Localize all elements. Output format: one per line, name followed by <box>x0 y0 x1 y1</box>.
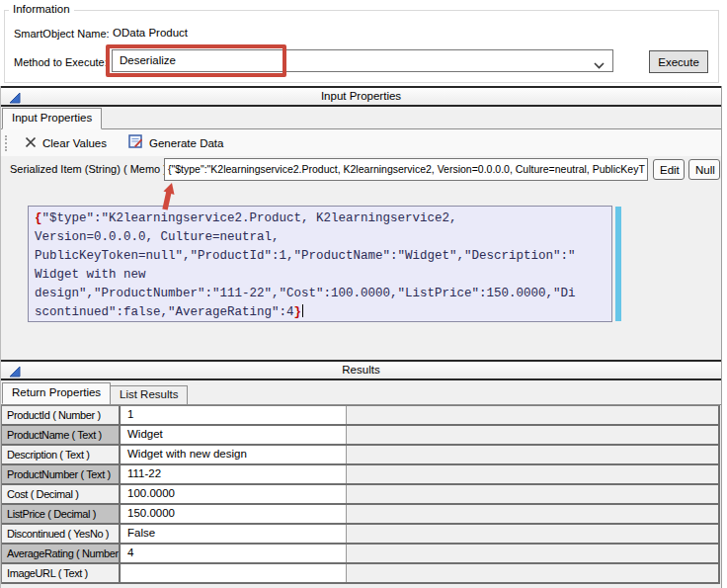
execute-button[interactable]: Execute <box>649 50 708 73</box>
memo-line: PublicKeyToken=null","ProductId":1,"Prod… <box>35 247 607 266</box>
serialized-memo-textarea[interactable]: {"$type":"K2learningservice2.Product, K2… <box>28 206 612 322</box>
row-value-area: 150.0000 <box>121 505 718 523</box>
input-properties-header-title: Input Properties <box>1 88 721 105</box>
serialized-item-label: Serialized Item (String) ( Memo ) <box>10 163 167 175</box>
table-row: ProductNumber ( Text )111-22 <box>2 465 718 485</box>
row-label: Cost ( Decimal ) <box>2 485 121 503</box>
memo-line: Widget with new <box>35 266 607 285</box>
row-value-input[interactable]: 111-22 <box>121 465 347 483</box>
row-value-area: False <box>121 525 718 543</box>
text-caret <box>302 304 303 317</box>
row-value-input[interactable]: Widget <box>121 426 347 444</box>
clear-x-icon <box>25 136 37 150</box>
row-value-input[interactable]: 100.0000 <box>121 485 347 503</box>
row-value-area: 100.0000 <box>121 485 718 503</box>
row-label: ProductId ( Number ) <box>2 406 121 424</box>
row-label: ProductName ( Text ) <box>2 426 121 444</box>
row-value-input[interactable]: False <box>121 525 347 543</box>
tab-input-properties[interactable]: Input Properties <box>2 108 102 129</box>
table-row: Cost ( Decimal )100.0000 <box>2 485 718 505</box>
toolbar-grip-icon[interactable] <box>5 135 9 151</box>
collapse-triangle-icon[interactable] <box>9 92 21 104</box>
generate-data-label: Generate Data <box>149 137 223 149</box>
results-header: Results <box>1 360 721 380</box>
table-row: ProductName ( Text )Widget <box>2 426 718 446</box>
memo-line: design","ProductNumber":"111-22","Cost":… <box>35 285 607 303</box>
results-header-title: Results <box>1 362 721 378</box>
table-row: AverageRating ( Number )4 <box>2 545 718 564</box>
results-tabstrip: Return Properties List Results <box>1 380 721 405</box>
row-label: Discontinued ( YesNo ) <box>2 525 121 543</box>
table-row: ImageURL ( Text ) <box>2 564 718 584</box>
row-label: ListPrice ( Decimal ) <box>2 505 121 523</box>
row-label: Description ( Text ) <box>2 446 121 463</box>
tab-list-results[interactable]: List Results <box>110 385 188 404</box>
null-button[interactable]: Null <box>688 159 720 180</box>
memo-line: Version=0.0.0.0, Culture=neutral, <box>35 228 607 247</box>
table-row: Discontinued ( YesNo )False <box>2 525 718 545</box>
row-value-area <box>121 564 718 582</box>
table-row: ProductId ( Number )1 <box>2 406 718 426</box>
annotation-arrow-icon <box>154 181 184 212</box>
row-value-input[interactable]: Widget with new design <box>121 446 347 463</box>
row-value-area: Widget with new design <box>121 446 718 463</box>
smartobject-name-value: OData Product <box>113 27 188 39</box>
row-value-area: 4 <box>121 545 718 562</box>
method-highlight-annotation <box>106 44 286 77</box>
row-label: AverageRating ( Number ) <box>2 545 121 562</box>
input-properties-tabstrip: Input Properties <box>1 107 721 129</box>
clear-values-label: Clear Values <box>42 137 107 149</box>
method-to-execute-label: Method to Execute: <box>14 56 108 68</box>
row-value-input[interactable]: 4 <box>121 545 347 562</box>
generate-data-icon <box>128 134 143 151</box>
table-row: ListPrice ( Decimal )150.0000 <box>2 505 718 525</box>
edit-button[interactable]: Edit <box>653 159 685 180</box>
row-value-input[interactable]: 1 <box>121 406 347 424</box>
row-value-area: 1 <box>121 406 718 424</box>
row-value-area: Widget <box>121 426 718 444</box>
smartobject-tester-window: Information SmartObject Name: OData Prod… <box>0 0 727 588</box>
input-properties-header: Input Properties <box>1 86 721 107</box>
smartobject-name-label: SmartObject Name: <box>14 28 110 40</box>
table-row: Description ( Text )Widget with new desi… <box>2 446 718 465</box>
row-value-area: 111-22 <box>121 465 718 483</box>
memo-line: scontinued":false,"AverageRating":4} <box>35 303 607 322</box>
input-properties-toolbar: Clear Values Generate Data <box>1 129 721 156</box>
row-label: ImageURL ( Text ) <box>2 564 121 582</box>
clear-values-button[interactable]: Clear Values <box>17 133 115 153</box>
tab-return-properties[interactable]: Return Properties <box>2 382 111 404</box>
generate-data-button[interactable]: Generate Data <box>121 131 231 154</box>
memo-line: {"$type":"K2learningservice2.Product, K2… <box>35 210 607 228</box>
collapse-triangle-icon[interactable] <box>9 366 21 378</box>
row-label: ProductNumber ( Text ) <box>2 465 121 483</box>
serialized-item-input[interactable]: {"$type":"K2learningservice2.Product, K2… <box>164 158 648 181</box>
row-value-input[interactable]: 150.0000 <box>121 505 347 523</box>
information-group-title: Information <box>9 3 74 15</box>
chevron-down-icon[interactable] <box>594 59 605 71</box>
memo-scrollbar <box>615 207 621 321</box>
row-value-input[interactable] <box>121 564 347 582</box>
results-table: ProductId ( Number )1ProductName ( Text … <box>1 405 720 584</box>
